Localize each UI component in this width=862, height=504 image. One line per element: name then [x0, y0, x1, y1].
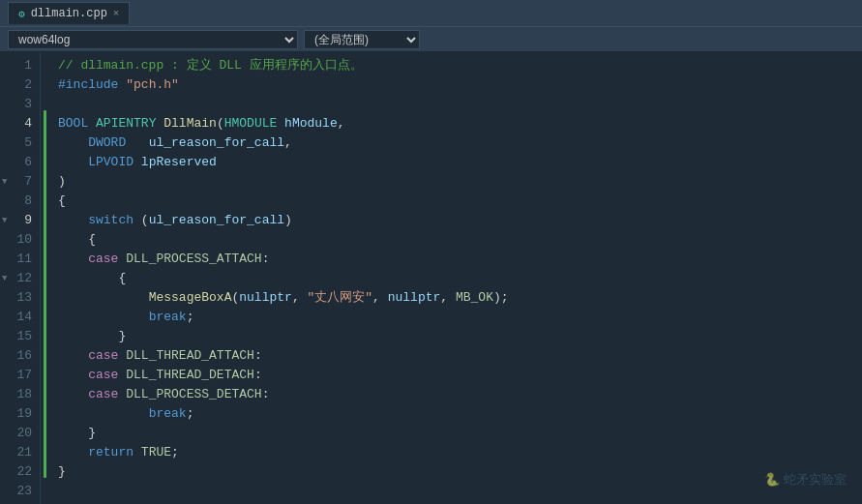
line-number: 23 [0, 482, 40, 501]
line-number: 15 [0, 327, 40, 346]
token-plain [58, 288, 149, 308]
collapse-icon[interactable]: ▼ [2, 172, 7, 192]
token-case: case [88, 385, 118, 404]
token-keyword: break [149, 404, 187, 424]
watermark-text: 蛇矛实验室 [784, 472, 847, 487]
watermark-icon: 🐍 [764, 472, 780, 487]
token-plain: : [254, 346, 262, 366]
token-plain [88, 114, 96, 133]
line-number: 11 [0, 250, 40, 269]
token-plain: ( [134, 211, 149, 230]
code-line: } [58, 424, 862, 443]
code-line: { [58, 192, 862, 211]
line-number: 3 [0, 95, 40, 114]
line-number: ▼9 [0, 211, 40, 230]
tab-close-button[interactable]: × [113, 8, 120, 19]
token-function: DllMain [163, 114, 217, 133]
token-plain [118, 250, 126, 269]
token-param: hModule [284, 114, 338, 133]
token-plain [58, 250, 88, 269]
token-keyword: break [149, 308, 187, 327]
token-plain: , [372, 288, 388, 308]
token-case: case [88, 346, 118, 366]
line-number: ▼7 [0, 172, 40, 192]
token-plain: ( [217, 114, 224, 133]
token-macro: TRUE [141, 443, 171, 462]
token-plain [58, 153, 88, 172]
line-number: 16 [0, 346, 40, 366]
collapse-icon[interactable]: ▼ [2, 269, 7, 288]
code-line: } [58, 462, 862, 482]
token-plain: ; [187, 404, 194, 424]
line-number: 13 [0, 288, 40, 308]
token-plain: { [58, 192, 66, 211]
token-plain: ; [171, 443, 179, 462]
token-param: nullptr [388, 288, 441, 308]
token-plain: , [440, 288, 456, 308]
line-number: 20 [0, 424, 40, 443]
token-keyword: #include [58, 75, 118, 95]
line-number: 19 [0, 404, 40, 424]
token-plain [118, 75, 126, 95]
code-line: LPVOID lpReserved [58, 153, 862, 172]
token-plain: , [292, 288, 308, 308]
token-type: APIENTRY [96, 114, 156, 133]
line-number: 4 [0, 114, 40, 133]
code-line: #include "pch.h" [58, 75, 862, 95]
token-type: HMODULE [224, 114, 278, 133]
token-plain: ) [58, 172, 66, 192]
code-line [58, 95, 862, 114]
token-plain [134, 443, 141, 462]
token-plain: ; [187, 308, 194, 327]
token-function: MessageBoxA [149, 288, 232, 308]
gutter [41, 52, 50, 504]
token-plain [58, 133, 88, 153]
token-string: "丈八网安" [307, 288, 372, 308]
file-dropdown[interactable]: wow64log [8, 30, 298, 49]
token-param: ul_reason_for_call [149, 211, 284, 230]
code-line: break; [58, 404, 862, 424]
code-line [58, 482, 862, 501]
token-plain: } [58, 462, 66, 482]
code-line: case DLL_PROCESS_DETACH: [58, 385, 862, 404]
token-plain: { [58, 269, 126, 288]
code-line: { [58, 269, 862, 288]
token-plain: : [254, 366, 262, 385]
line-number: 22 [0, 462, 40, 482]
token-macro: DLL_THREAD_ATTACH [126, 346, 254, 366]
code-line: break; [58, 308, 862, 327]
line-number: 21 [0, 443, 40, 462]
line-number: 5 [0, 133, 40, 153]
token-plain [58, 346, 88, 366]
token-keyword: BOOL [58, 114, 88, 133]
collapse-icon[interactable]: ▼ [2, 211, 7, 230]
code-area: // dllmain.cpp : 定义 DLL 应用程序的入口点。#includ… [50, 52, 862, 504]
token-plain: } [58, 327, 126, 346]
token-plain [118, 366, 126, 385]
code-line: return TRUE; [58, 443, 862, 462]
code-line: ) [58, 172, 862, 192]
token-plain [118, 346, 126, 366]
file-tab[interactable]: ⚙ dllmain.cpp × [8, 2, 130, 24]
code-line: // dllmain.cpp : 定义 DLL 应用程序的入口点。 [58, 56, 862, 75]
token-plain [58, 211, 88, 230]
code-line: case DLL_PROCESS_ATTACH: [58, 250, 862, 269]
token-string: "pch.h" [126, 75, 179, 95]
token-macro: MB_OK [456, 288, 493, 308]
toolbar: wow64log (全局范围) [0, 27, 862, 52]
token-plain [277, 114, 284, 133]
token-plain: : [262, 385, 270, 404]
fold-bar-switch [44, 207, 46, 439]
line-number: 1 [0, 56, 40, 75]
token-plain [58, 366, 88, 385]
scope-dropdown[interactable]: (全局范围) [304, 30, 420, 49]
token-case: case [88, 366, 118, 385]
line-number: 6 [0, 153, 40, 172]
token-plain [118, 385, 126, 404]
watermark: 🐍 蛇矛实验室 [764, 471, 847, 489]
code-line: case DLL_THREAD_ATTACH: [58, 346, 862, 366]
file-icon: ⚙ [18, 8, 25, 20]
token-macro: DLL_PROCESS_ATTACH [126, 250, 261, 269]
token-plain [58, 385, 88, 404]
token-plain: , [338, 114, 345, 133]
